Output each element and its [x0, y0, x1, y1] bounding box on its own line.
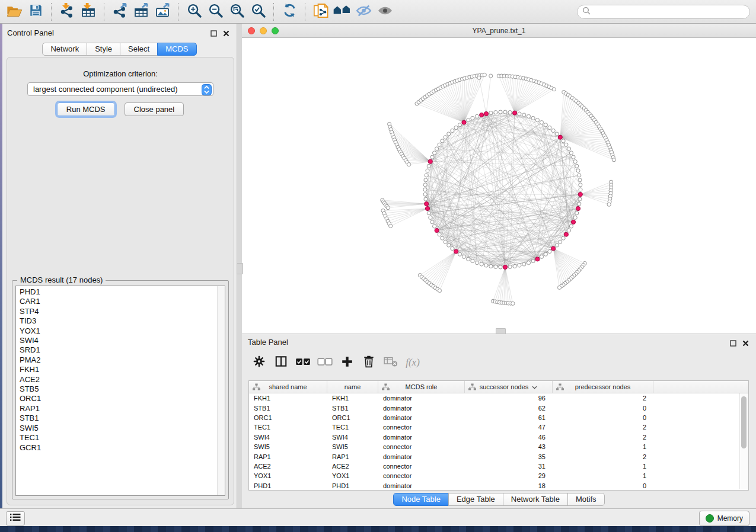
cell-name[interactable]: PHD1	[327, 482, 378, 489]
table-scrollbar-thumb[interactable]	[741, 396, 747, 448]
mcds-result-item[interactable]: PMA2	[20, 355, 225, 365]
export-image-button[interactable]	[152, 2, 173, 21]
cell-name[interactable]: FKH1	[327, 395, 378, 402]
result-list-scrollbar[interactable]	[217, 286, 225, 495]
criterion-select[interactable]: largest connected component (undirected)	[27, 82, 213, 96]
cell-mcds_role[interactable]: dominator	[378, 414, 465, 421]
table-row[interactable]: SWI4SWI4dominator462	[249, 432, 748, 442]
clone-network-button[interactable]	[310, 2, 331, 21]
mcds-result-item[interactable]: ACE2	[20, 375, 225, 384]
table-row[interactable]: STB1STB1dominator620	[249, 403, 748, 412]
cell-mcds_role[interactable]: dominator	[378, 405, 465, 412]
cell-successor_nodes[interactable]: 31	[465, 463, 553, 470]
cell-shared_name[interactable]: YOX1	[249, 472, 327, 479]
float-panel-icon[interactable]	[210, 28, 217, 39]
table-scrollbar[interactable]	[739, 393, 748, 489]
save-session-button[interactable]	[25, 2, 46, 21]
float-panel-icon[interactable]	[730, 338, 736, 349]
network-canvas[interactable]	[242, 38, 756, 334]
zoom-out-button[interactable]	[205, 2, 226, 21]
control-tab-select[interactable]: Select	[120, 43, 158, 56]
cell-mcds_role[interactable]: dominator	[378, 453, 465, 460]
mcds-result-item[interactable]: TEC1	[20, 433, 225, 443]
cell-mcds_role[interactable]: connector	[378, 424, 465, 431]
cell-predecessor_nodes[interactable]: 0	[553, 414, 653, 421]
mcds-result-item[interactable]: SWI5	[20, 424, 225, 433]
mcds-result-item[interactable]: SWI4	[20, 336, 225, 345]
cell-shared_name[interactable]: ACE2	[249, 463, 327, 470]
cell-shared_name[interactable]: PHD1	[249, 482, 327, 489]
zoom-fit-button[interactable]	[226, 2, 247, 21]
control-tab-style[interactable]: Style	[87, 43, 120, 56]
cell-mcds_role[interactable]: dominator	[378, 482, 465, 489]
cell-mcds_role[interactable]: connector	[378, 443, 465, 450]
table-settings-button[interactable]	[250, 354, 268, 371]
mcds-result-item[interactable]: STB1	[20, 414, 225, 423]
cell-predecessor_nodes[interactable]: 1	[553, 443, 653, 450]
hide-selected-button[interactable]	[353, 2, 374, 21]
export-network-button[interactable]	[109, 2, 130, 21]
cell-shared_name[interactable]: SWI4	[249, 434, 327, 441]
cell-shared_name[interactable]: ORC1	[249, 414, 327, 421]
cell-predecessor_nodes[interactable]: 0	[553, 482, 653, 489]
column-header-predecessor-nodes[interactable]: predecessor nodes	[553, 381, 653, 393]
table-row[interactable]: PHD1PHD1dominator180	[249, 481, 748, 491]
zoom-in-button[interactable]	[183, 2, 205, 21]
cell-predecessor_nodes[interactable]: 2	[553, 424, 653, 431]
column-header-name[interactable]: name	[327, 381, 378, 393]
table-row[interactable]: FKH1FKH1dominator962	[249, 393, 748, 403]
search-input[interactable]	[594, 7, 749, 17]
cell-name[interactable]: ACE2	[327, 463, 378, 470]
cell-predecessor_nodes[interactable]: 0	[553, 405, 653, 412]
column-header-successor-nodes[interactable]: successor nodes	[465, 381, 553, 393]
table-row[interactable]: ORC1ORC1dominator610	[249, 413, 748, 422]
control-tab-network[interactable]: Network	[42, 43, 87, 56]
table-tab-edge-table[interactable]: Edge Table	[448, 493, 503, 506]
show-all-button[interactable]	[374, 2, 395, 21]
cell-mcds_role[interactable]: dominator	[378, 434, 465, 441]
table-row[interactable]: YOX1YOX1connector291	[249, 471, 748, 480]
column-header-shared-name[interactable]: shared name	[249, 381, 327, 393]
mcds-result-item[interactable]: ORC1	[20, 394, 225, 403]
zoom-selected-button[interactable]	[247, 2, 269, 21]
cell-shared_name[interactable]: TEC1	[249, 424, 327, 431]
cell-name[interactable]: STB1	[327, 405, 378, 412]
close-panel-button[interactable]: Close panel	[125, 102, 184, 116]
table-row[interactable]: RAP1RAP1dominator352	[249, 451, 748, 461]
control-tab-mcds[interactable]: MCDS	[157, 43, 196, 56]
cell-successor_nodes[interactable]: 46	[465, 434, 553, 441]
deselect-all-columns-button[interactable]	[316, 354, 334, 371]
cell-name[interactable]: TEC1	[327, 424, 378, 431]
task-history-button[interactable]	[6, 511, 25, 525]
table-row[interactable]: SWI5SWI5connector431	[249, 442, 748, 451]
cell-successor_nodes[interactable]: 29	[465, 472, 553, 479]
mcds-result-item[interactable]: SRD1	[20, 345, 225, 355]
select-all-columns-button[interactable]	[294, 354, 312, 371]
mcds-result-item[interactable]: STP4	[20, 307, 225, 316]
cell-predecessor_nodes[interactable]: 1	[553, 472, 653, 479]
cell-successor_nodes[interactable]: 62	[465, 405, 553, 412]
first-neighbors-button[interactable]	[331, 2, 353, 21]
cell-successor_nodes[interactable]: 43	[465, 443, 553, 450]
table-tab-motifs[interactable]: Motifs	[567, 493, 605, 506]
cell-mcds_role[interactable]: connector	[378, 463, 465, 470]
vertical-splitter-grip[interactable]	[237, 263, 243, 274]
search-field[interactable]	[577, 5, 750, 19]
import-network-button[interactable]	[56, 2, 78, 21]
cell-predecessor_nodes[interactable]: 2	[553, 395, 653, 402]
mcds-result-item[interactable]: PHD1	[20, 287, 225, 297]
cell-predecessor_nodes[interactable]: 2	[553, 434, 653, 441]
mcds-result-item[interactable]: STB5	[20, 384, 225, 394]
mcds-result-item[interactable]: TID3	[20, 316, 225, 326]
cell-successor_nodes[interactable]: 18	[465, 482, 553, 489]
cell-successor_nodes[interactable]: 61	[465, 414, 553, 421]
cell-shared_name[interactable]: SWI5	[249, 443, 327, 450]
cell-shared_name[interactable]: STB1	[249, 405, 327, 412]
close-panel-icon[interactable]	[742, 338, 749, 349]
create-column-button[interactable]	[338, 354, 356, 371]
refresh-button[interactable]	[279, 2, 300, 21]
mcds-result-item[interactable]: RAP1	[20, 404, 225, 414]
mcds-result-item[interactable]: FKH1	[20, 365, 225, 374]
run-mcds-button[interactable]: Run MCDS	[57, 102, 115, 116]
cell-mcds_role[interactable]: dominator	[378, 395, 465, 402]
